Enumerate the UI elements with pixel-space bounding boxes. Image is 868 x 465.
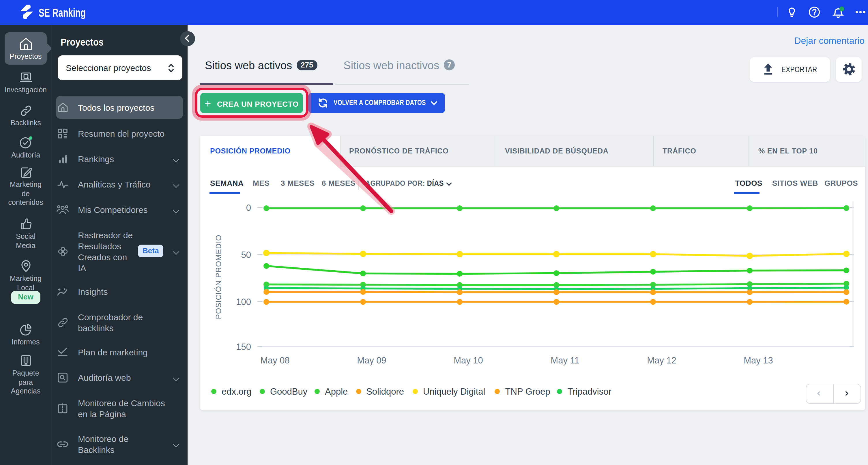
svg-text:50: 50 xyxy=(241,250,251,260)
svg-text:May 11: May 11 xyxy=(551,355,579,366)
svg-text:May 13: May 13 xyxy=(744,355,773,366)
svg-text:100: 100 xyxy=(236,297,251,307)
svg-text:May 12: May 12 xyxy=(647,355,676,366)
svg-text:May 09: May 09 xyxy=(357,355,386,366)
svg-text:May 10: May 10 xyxy=(454,355,483,366)
svg-text:May 08: May 08 xyxy=(260,355,290,366)
svg-text:0: 0 xyxy=(246,203,251,213)
svg-text:150: 150 xyxy=(236,342,251,352)
svg-text:POSICIÓN PROMEDIO: POSICIÓN PROMEDIO xyxy=(214,235,223,319)
